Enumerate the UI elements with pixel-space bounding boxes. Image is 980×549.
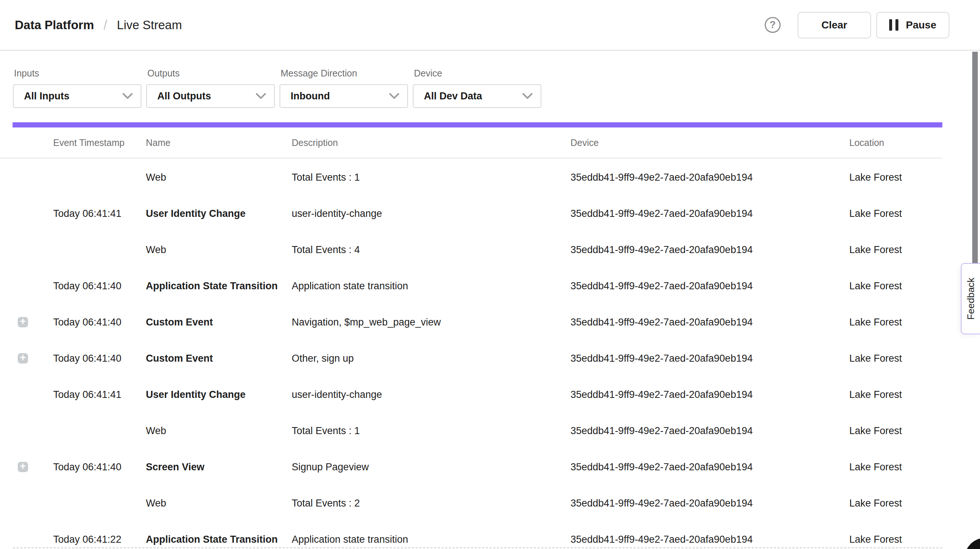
cell-location: Lake Forest <box>849 498 902 509</box>
inputs-dropdown[interactable]: All Inputs <box>13 84 142 108</box>
page-header: Data Platform / Live Stream ? Clear Paus… <box>0 0 980 51</box>
table-row[interactable]: Today 06:41:41User Identity Changeuser-i… <box>0 195 942 231</box>
chevron-down-icon <box>123 93 132 99</box>
cell-name: Web <box>146 498 166 509</box>
filter-inputs: Inputs All Inputs <box>13 68 142 108</box>
cell-description: user-identity-change <box>292 389 382 401</box>
pause-icon <box>889 19 898 31</box>
filter-label: Outputs <box>146 68 275 79</box>
event-table-body: WebTotal Events : 135eddb41-9ff9-49e2-7a… <box>0 159 942 549</box>
table-row[interactable]: WebTotal Events : 235eddb41-9ff9-49e2-7a… <box>0 485 942 521</box>
cell-location: Lake Forest <box>849 317 902 328</box>
header-actions: ? Clear Pause <box>765 0 949 50</box>
cell-event-timestamp: Today 06:41:40 <box>53 281 121 292</box>
cell-event-timestamp: Today 06:41:41 <box>53 208 121 219</box>
expand-row-icon[interactable]: + <box>18 462 28 472</box>
table-row[interactable]: Today 06:41:22Application State Transiti… <box>0 521 942 549</box>
cell-description: Other, sign up <box>292 353 354 364</box>
cell-name: Screen View <box>146 461 205 473</box>
message-direction-dropdown-value: Inbound <box>291 91 330 102</box>
cell-description: user-identity-change <box>292 208 382 219</box>
table-row[interactable]: +Today 06:41:40Custom EventNavigation, $… <box>0 304 942 340</box>
cell-description: Total Events : 1 <box>292 172 360 183</box>
cell-description: Total Events : 4 <box>292 244 360 256</box>
breadcrumb-section[interactable]: Data Platform <box>15 18 94 32</box>
cell-name: Web <box>146 172 166 183</box>
accent-divider <box>13 122 942 128</box>
feedback-tab[interactable]: Feedback <box>961 263 980 334</box>
cell-name: Application State Transition <box>146 534 278 545</box>
cell-name: Custom Event <box>146 353 213 364</box>
device-dropdown-value: All Dev Data <box>424 91 482 102</box>
cell-device: 35eddb41-9ff9-49e2-7aed-20afa90eb194 <box>571 281 752 292</box>
cell-location: Lake Forest <box>849 281 902 292</box>
cell-description: Signup Pageview <box>292 461 369 473</box>
cell-event-timestamp: Today 06:41:40 <box>53 461 121 473</box>
feedback-tab-label: Feedback <box>965 278 977 319</box>
expand-row-icon[interactable]: + <box>18 353 28 364</box>
clear-button-label: Clear <box>821 19 847 31</box>
cell-name: User Identity Change <box>146 389 245 401</box>
chevron-down-icon <box>389 93 399 99</box>
page-title: Live Stream <box>117 18 182 32</box>
cell-device: 35eddb41-9ff9-49e2-7aed-20afa90eb194 <box>571 425 752 437</box>
cell-description: Navigation, $mp_web_page_view <box>292 317 441 328</box>
clear-button[interactable]: Clear <box>798 12 871 38</box>
cell-location: Lake Forest <box>849 353 902 364</box>
column-header-location: Location <box>849 137 885 148</box>
vertical-scrollbar-thumb[interactable] <box>972 52 978 264</box>
breadcrumb-separator-icon: / <box>104 18 107 33</box>
cell-description: Total Events : 2 <box>292 498 360 509</box>
chat-bubble-button[interactable] <box>964 538 980 549</box>
table-row[interactable]: WebTotal Events : 135eddb41-9ff9-49e2-7a… <box>0 413 942 449</box>
device-dropdown[interactable]: All Dev Data <box>413 84 541 108</box>
cell-location: Lake Forest <box>849 172 902 183</box>
table-row[interactable]: WebTotal Events : 135eddb41-9ff9-49e2-7a… <box>0 159 942 195</box>
outputs-dropdown[interactable]: All Outputs <box>146 84 275 108</box>
outputs-dropdown-value: All Outputs <box>157 91 211 102</box>
cell-event-timestamp: Today 06:41:40 <box>53 353 121 364</box>
chevron-down-icon <box>256 93 266 99</box>
inputs-dropdown-value: All Inputs <box>24 91 69 102</box>
cell-description: Total Events : 1 <box>292 425 360 437</box>
cell-name: Application State Transition <box>146 281 278 292</box>
event-table-header: Event Timestamp Name Description Device … <box>0 128 942 158</box>
cell-name: Custom Event <box>146 317 213 328</box>
cell-location: Lake Forest <box>849 208 902 219</box>
filter-label: Message Direction <box>280 68 408 79</box>
table-row[interactable]: +Today 06:41:40Custom EventOther, sign u… <box>0 340 942 377</box>
filter-outputs: Outputs All Outputs <box>146 68 275 108</box>
cell-location: Lake Forest <box>849 389 902 401</box>
table-row[interactable]: +Today 06:41:40Screen ViewSignup Pagevie… <box>0 449 942 485</box>
filter-label: Inputs <box>13 68 142 79</box>
pause-button[interactable]: Pause <box>876 12 949 38</box>
cell-device: 35eddb41-9ff9-49e2-7aed-20afa90eb194 <box>571 389 752 401</box>
column-header-name: Name <box>146 137 170 148</box>
breadcrumb: Data Platform / Live Stream <box>15 0 182 50</box>
column-header-description: Description <box>292 137 338 148</box>
message-direction-dropdown[interactable]: Inbound <box>280 84 408 108</box>
cell-device: 35eddb41-9ff9-49e2-7aed-20afa90eb194 <box>571 317 752 328</box>
column-header-device: Device <box>571 137 598 148</box>
filter-device: Device All Dev Data <box>413 68 541 108</box>
cell-location: Lake Forest <box>849 244 902 256</box>
cell-name: User Identity Change <box>146 208 245 219</box>
table-row[interactable]: Today 06:41:41User Identity Changeuser-i… <box>0 377 942 413</box>
cell-device: 35eddb41-9ff9-49e2-7aed-20afa90eb194 <box>571 244 752 256</box>
filter-bar: Inputs All Inputs Outputs All Outputs Me… <box>13 68 541 108</box>
cell-device: 35eddb41-9ff9-49e2-7aed-20afa90eb194 <box>571 461 752 473</box>
help-icon[interactable]: ? <box>765 17 781 33</box>
cell-event-timestamp: Today 06:41:22 <box>53 534 121 545</box>
pause-button-label: Pause <box>906 19 936 31</box>
cell-location: Lake Forest <box>849 425 902 437</box>
cell-device: 35eddb41-9ff9-49e2-7aed-20afa90eb194 <box>571 534 752 545</box>
cell-device: 35eddb41-9ff9-49e2-7aed-20afa90eb194 <box>571 172 752 183</box>
cell-location: Lake Forest <box>849 461 902 473</box>
cell-event-timestamp: Today 06:41:41 <box>53 389 121 401</box>
expand-row-icon[interactable]: + <box>18 317 28 327</box>
table-row[interactable]: Today 06:41:40Application State Transiti… <box>0 268 942 304</box>
cell-name: Web <box>146 425 166 437</box>
column-header-event-timestamp: Event Timestamp <box>53 137 124 148</box>
table-row[interactable]: WebTotal Events : 435eddb41-9ff9-49e2-7a… <box>0 231 942 268</box>
row-dashed-separator <box>13 547 942 548</box>
